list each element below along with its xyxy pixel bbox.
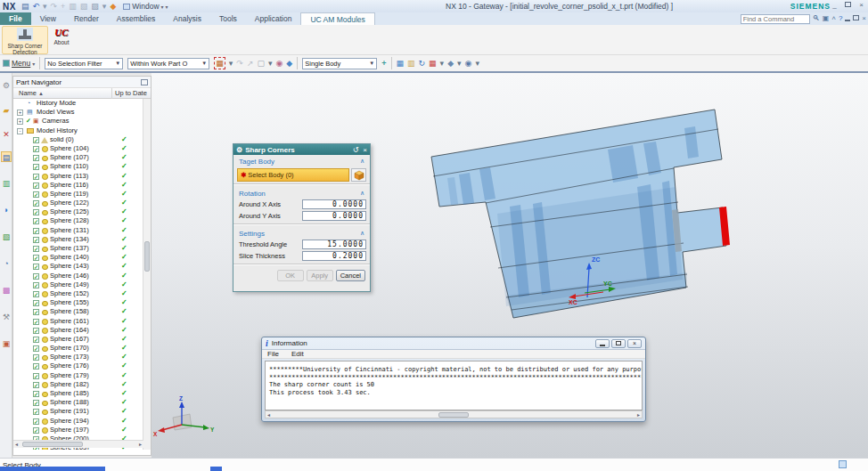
roles-gear-icon[interactable]: ⚙ (1, 80, 12, 91)
hscroll-thumb[interactable] (22, 442, 83, 447)
solid-select-icon[interactable]: ◆ (286, 58, 292, 69)
tab-render[interactable]: Render (65, 12, 108, 25)
collapse-icon[interactable]: ∧ (360, 230, 364, 237)
find-command-input[interactable] (741, 14, 810, 24)
part-navigator-icon[interactable]: ▤ (1, 151, 12, 162)
selection-scope-dropdown[interactable]: Within Work Part O ▼ (127, 58, 209, 69)
tree-row[interactable]: +▤Model Views (13, 108, 143, 117)
about-button[interactable]: UC About (50, 26, 73, 54)
visibility-checkbox[interactable]: ✓ (33, 155, 39, 161)
visibility-checkbox[interactable]: ✓ (33, 183, 39, 189)
tree-row[interactable]: ✓Sphere (143)✓ (13, 262, 143, 271)
history-icon[interactable]: ▧ (1, 231, 12, 242)
visibility-checkbox[interactable]: ✓ (33, 282, 39, 288)
threshold-angle-input[interactable]: 15.0000 (302, 240, 366, 249)
visibility-checkbox[interactable]: ✓ (33, 273, 39, 280)
tree-row[interactable]: ✓Sphere (113)✓ (13, 172, 143, 181)
tree-horizontal-scrollbar[interactable]: ◂ ▸ (13, 440, 143, 448)
tree-row[interactable]: ✓Sphere (152)✓ (13, 289, 143, 298)
help-icon[interactable]: ? (839, 14, 842, 23)
sharp-corner-detection-button[interactable]: Sharp Corner Detection (2, 26, 48, 54)
tree-row[interactable]: ✓Sphere (158)✓ (13, 307, 143, 316)
visibility-checkbox[interactable]: ✓ (33, 246, 39, 252)
wcs-crosshair-icon[interactable]: + (381, 58, 386, 69)
tree-row[interactable]: ✓Sphere (116)✓ (13, 181, 143, 190)
undo-dropdown-icon[interactable]: ▾ (43, 3, 47, 11)
render-style-icon[interactable]: ◉ (465, 58, 472, 69)
tree-row[interactable]: ✓Sphere (194)✓ (13, 417, 143, 426)
tree-row[interactable]: ✓Sphere (185)✓ (13, 389, 143, 398)
assembly-navigator-icon[interactable]: ▰ (1, 105, 12, 116)
visibility-checkbox[interactable]: ✓ (33, 146, 39, 152)
visibility-checkbox[interactable]: ✓ (33, 409, 39, 415)
sphere-select-icon[interactable]: ◉ (275, 58, 283, 69)
snap-dropdown-icon[interactable]: ▾ (229, 58, 233, 69)
close-info-button[interactable]: × (627, 339, 642, 348)
tools-icon[interactable]: ⚒ (1, 312, 12, 322)
tree-row[interactable]: ✓Sphere (173)✓ (13, 353, 143, 361)
redo-icon[interactable]: ↷ (51, 3, 58, 11)
close-doc-button[interactable]: × (862, 14, 866, 23)
collapse-icon[interactable]: ∧ (360, 158, 364, 165)
tree-row[interactable]: ✓Sphere (149)✓ (13, 280, 143, 289)
fit-view-icon[interactable]: ▦ (397, 58, 405, 69)
restore-doc-button[interactable] (853, 14, 859, 23)
tree-row[interactable]: ✓Sphere (197)✓ (13, 426, 143, 434)
grid-dropdown-icon[interactable]: ▦ (429, 58, 437, 69)
cancel-button[interactable]: Cancel (336, 270, 365, 281)
tree-row[interactable]: ✓Sphere (122)✓ (13, 199, 143, 207)
select-body-field[interactable]: ✱ Select Body (0) (237, 168, 349, 182)
tree-row[interactable]: ✓Sphere (176)✓ (13, 361, 143, 370)
format-brush-icon[interactable]: ▨ (91, 3, 99, 11)
tree-row[interactable]: ✓Sphere (161)✓ (13, 317, 143, 326)
body-select-button[interactable] (351, 168, 366, 182)
visibility-checkbox[interactable]: ✓ (33, 255, 39, 261)
menu-button[interactable]: Menu ▾ (3, 59, 35, 68)
visibility-checkbox[interactable]: ✓ (33, 209, 39, 215)
tree-row[interactable]: ✓Sphere (170)✓ (13, 344, 143, 353)
info-file-menu[interactable]: File (267, 350, 279, 358)
visibility-checkbox[interactable]: ✓ (33, 373, 39, 379)
qat-overflow-icon[interactable]: ▾ (166, 4, 168, 10)
visibility-checkbox[interactable]: ✓ (33, 137, 39, 143)
tree-row[interactable]: ✓Sphere (137)✓ (13, 244, 143, 253)
tree-row[interactable]: ✓Sphere (110)✓ (13, 162, 143, 171)
tab-application[interactable]: Application (246, 12, 301, 25)
info-title-bar[interactable]: i Information × (262, 337, 645, 349)
brush-dropdown-icon[interactable]: ▾ (102, 3, 107, 11)
tree-row[interactable]: ✓Sphere (128)✓ (13, 216, 143, 225)
scroll-right-icon[interactable]: ▸ (637, 412, 640, 418)
visibility-checkbox[interactable]: ✓ (33, 300, 39, 306)
tree-row[interactable]: ✓Sphere (155)✓ (13, 298, 143, 307)
tree-row[interactable]: ✓Sphere (104)✓ (13, 144, 143, 153)
touch-mode-icon[interactable]: ◆ (110, 3, 116, 11)
image-icon[interactable]: ▣ (1, 338, 12, 349)
clock-icon[interactable]: ◔ (1, 258, 12, 269)
reuse-library-icon[interactable]: ▥ (1, 178, 12, 189)
cut-icon[interactable]: + (61, 3, 65, 11)
selection-filter-dropdown[interactable]: No Selection Filter ▼ (45, 58, 123, 69)
visibility-checkbox[interactable]: ✓ (33, 363, 39, 369)
visibility-checkbox[interactable]: ✓ (33, 228, 39, 234)
maximize-info-button[interactable] (611, 339, 626, 348)
tab-assemblies[interactable]: Assemblies (108, 12, 164, 25)
tab-analysis[interactable]: Analysis (164, 12, 210, 25)
command-finder-icon[interactable]: ▣ (823, 14, 830, 23)
undock-panel-icon[interactable] (141, 79, 148, 85)
around-x-input[interactable]: 0.0000 (302, 199, 366, 209)
minimize-doc-button[interactable] (845, 14, 850, 24)
info-edit-menu[interactable]: Edit (291, 350, 304, 358)
shaded-view-icon[interactable]: ◆ (447, 58, 454, 69)
tree-row[interactable]: ◔History Mode (13, 99, 143, 108)
tree-row[interactable]: ✓Sphere (182)✓ (13, 380, 143, 389)
scroll-left-icon[interactable]: ◂ (267, 412, 270, 418)
info-hscroll-thumb[interactable] (438, 412, 469, 418)
tab-uc-am-modules[interactable]: UC AM Modules (300, 12, 374, 25)
tab-tools[interactable]: Tools (210, 12, 246, 25)
target-body-section-header[interactable]: Taget Body ∧ (233, 155, 370, 166)
save-icon[interactable]: ▤ (21, 3, 29, 11)
tree-row[interactable]: ✓Sphere (188)✓ (13, 398, 143, 407)
snap-point-icon[interactable]: ▦ (214, 57, 225, 69)
visibility-checkbox[interactable]: ✓ (33, 218, 39, 224)
expand-icon[interactable]: + (17, 110, 23, 116)
